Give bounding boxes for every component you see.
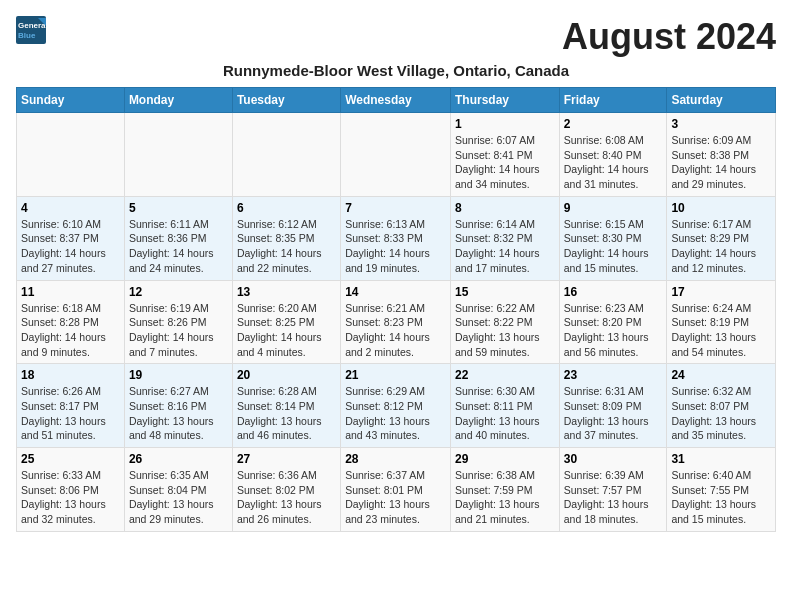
day-info: Sunrise: 6:10 AM Sunset: 8:37 PM Dayligh… bbox=[21, 217, 120, 276]
calendar-cell: 12Sunrise: 6:19 AM Sunset: 8:26 PM Dayli… bbox=[124, 280, 232, 364]
day-info: Sunrise: 6:09 AM Sunset: 8:38 PM Dayligh… bbox=[671, 133, 771, 192]
day-info: Sunrise: 6:32 AM Sunset: 8:07 PM Dayligh… bbox=[671, 384, 771, 443]
calendar-cell: 4Sunrise: 6:10 AM Sunset: 8:37 PM Daylig… bbox=[17, 196, 125, 280]
day-number: 11 bbox=[21, 285, 120, 299]
day-number: 2 bbox=[564, 117, 663, 131]
day-info: Sunrise: 6:30 AM Sunset: 8:11 PM Dayligh… bbox=[455, 384, 555, 443]
calendar-cell: 11Sunrise: 6:18 AM Sunset: 8:28 PM Dayli… bbox=[17, 280, 125, 364]
day-number: 4 bbox=[21, 201, 120, 215]
calendar-cell: 6Sunrise: 6:12 AM Sunset: 8:35 PM Daylig… bbox=[232, 196, 340, 280]
calendar-cell: 1Sunrise: 6:07 AM Sunset: 8:41 PM Daylig… bbox=[450, 113, 559, 197]
day-header-tuesday: Tuesday bbox=[232, 88, 340, 113]
svg-text:Blue: Blue bbox=[18, 31, 36, 40]
day-number: 29 bbox=[455, 452, 555, 466]
day-info: Sunrise: 6:15 AM Sunset: 8:30 PM Dayligh… bbox=[564, 217, 663, 276]
day-info: Sunrise: 6:12 AM Sunset: 8:35 PM Dayligh… bbox=[237, 217, 336, 276]
calendar-cell: 10Sunrise: 6:17 AM Sunset: 8:29 PM Dayli… bbox=[667, 196, 776, 280]
day-info: Sunrise: 6:22 AM Sunset: 8:22 PM Dayligh… bbox=[455, 301, 555, 360]
day-info: Sunrise: 6:23 AM Sunset: 8:20 PM Dayligh… bbox=[564, 301, 663, 360]
calendar-cell bbox=[124, 113, 232, 197]
day-number: 20 bbox=[237, 368, 336, 382]
day-info: Sunrise: 6:17 AM Sunset: 8:29 PM Dayligh… bbox=[671, 217, 771, 276]
day-header-thursday: Thursday bbox=[450, 88, 559, 113]
day-number: 22 bbox=[455, 368, 555, 382]
calendar-week-1: 1Sunrise: 6:07 AM Sunset: 8:41 PM Daylig… bbox=[17, 113, 776, 197]
day-number: 30 bbox=[564, 452, 663, 466]
day-number: 16 bbox=[564, 285, 663, 299]
calendar-cell: 9Sunrise: 6:15 AM Sunset: 8:30 PM Daylig… bbox=[559, 196, 667, 280]
calendar-cell bbox=[232, 113, 340, 197]
calendar-cell: 27Sunrise: 6:36 AM Sunset: 8:02 PM Dayli… bbox=[232, 448, 340, 532]
day-info: Sunrise: 6:37 AM Sunset: 8:01 PM Dayligh… bbox=[345, 468, 446, 527]
day-number: 17 bbox=[671, 285, 771, 299]
day-number: 1 bbox=[455, 117, 555, 131]
day-number: 9 bbox=[564, 201, 663, 215]
calendar-cell: 2Sunrise: 6:08 AM Sunset: 8:40 PM Daylig… bbox=[559, 113, 667, 197]
calendar-cell: 21Sunrise: 6:29 AM Sunset: 8:12 PM Dayli… bbox=[341, 364, 451, 448]
day-number: 26 bbox=[129, 452, 228, 466]
calendar-cell: 17Sunrise: 6:24 AM Sunset: 8:19 PM Dayli… bbox=[667, 280, 776, 364]
calendar-cell: 31Sunrise: 6:40 AM Sunset: 7:55 PM Dayli… bbox=[667, 448, 776, 532]
day-number: 15 bbox=[455, 285, 555, 299]
day-info: Sunrise: 6:08 AM Sunset: 8:40 PM Dayligh… bbox=[564, 133, 663, 192]
calendar-cell: 19Sunrise: 6:27 AM Sunset: 8:16 PM Dayli… bbox=[124, 364, 232, 448]
day-number: 14 bbox=[345, 285, 446, 299]
day-header-friday: Friday bbox=[559, 88, 667, 113]
day-header-saturday: Saturday bbox=[667, 88, 776, 113]
day-info: Sunrise: 6:11 AM Sunset: 8:36 PM Dayligh… bbox=[129, 217, 228, 276]
calendar-cell bbox=[17, 113, 125, 197]
logo-icon: General Blue bbox=[16, 16, 48, 46]
calendar-cell: 13Sunrise: 6:20 AM Sunset: 8:25 PM Dayli… bbox=[232, 280, 340, 364]
day-number: 10 bbox=[671, 201, 771, 215]
day-number: 13 bbox=[237, 285, 336, 299]
day-number: 12 bbox=[129, 285, 228, 299]
calendar-cell: 30Sunrise: 6:39 AM Sunset: 7:57 PM Dayli… bbox=[559, 448, 667, 532]
day-info: Sunrise: 6:07 AM Sunset: 8:41 PM Dayligh… bbox=[455, 133, 555, 192]
day-number: 5 bbox=[129, 201, 228, 215]
page-title: August 2024 bbox=[562, 16, 776, 58]
day-info: Sunrise: 6:36 AM Sunset: 8:02 PM Dayligh… bbox=[237, 468, 336, 527]
day-header-wednesday: Wednesday bbox=[341, 88, 451, 113]
calendar-cell: 23Sunrise: 6:31 AM Sunset: 8:09 PM Dayli… bbox=[559, 364, 667, 448]
calendar-week-3: 11Sunrise: 6:18 AM Sunset: 8:28 PM Dayli… bbox=[17, 280, 776, 364]
day-number: 28 bbox=[345, 452, 446, 466]
day-info: Sunrise: 6:24 AM Sunset: 8:19 PM Dayligh… bbox=[671, 301, 771, 360]
page-subtitle: Runnymede-Bloor West Village, Ontario, C… bbox=[16, 62, 776, 79]
day-header-monday: Monday bbox=[124, 88, 232, 113]
day-info: Sunrise: 6:38 AM Sunset: 7:59 PM Dayligh… bbox=[455, 468, 555, 527]
day-number: 6 bbox=[237, 201, 336, 215]
calendar-cell: 24Sunrise: 6:32 AM Sunset: 8:07 PM Dayli… bbox=[667, 364, 776, 448]
calendar-cell: 5Sunrise: 6:11 AM Sunset: 8:36 PM Daylig… bbox=[124, 196, 232, 280]
day-info: Sunrise: 6:39 AM Sunset: 7:57 PM Dayligh… bbox=[564, 468, 663, 527]
day-info: Sunrise: 6:26 AM Sunset: 8:17 PM Dayligh… bbox=[21, 384, 120, 443]
day-info: Sunrise: 6:35 AM Sunset: 8:04 PM Dayligh… bbox=[129, 468, 228, 527]
day-number: 25 bbox=[21, 452, 120, 466]
svg-text:General: General bbox=[18, 21, 48, 30]
day-number: 19 bbox=[129, 368, 228, 382]
day-info: Sunrise: 6:14 AM Sunset: 8:32 PM Dayligh… bbox=[455, 217, 555, 276]
day-number: 3 bbox=[671, 117, 771, 131]
calendar-cell: 3Sunrise: 6:09 AM Sunset: 8:38 PM Daylig… bbox=[667, 113, 776, 197]
day-number: 31 bbox=[671, 452, 771, 466]
day-info: Sunrise: 6:40 AM Sunset: 7:55 PM Dayligh… bbox=[671, 468, 771, 527]
day-number: 23 bbox=[564, 368, 663, 382]
calendar-cell: 29Sunrise: 6:38 AM Sunset: 7:59 PM Dayli… bbox=[450, 448, 559, 532]
calendar-cell: 7Sunrise: 6:13 AM Sunset: 8:33 PM Daylig… bbox=[341, 196, 451, 280]
day-info: Sunrise: 6:20 AM Sunset: 8:25 PM Dayligh… bbox=[237, 301, 336, 360]
day-info: Sunrise: 6:18 AM Sunset: 8:28 PM Dayligh… bbox=[21, 301, 120, 360]
calendar-cell: 28Sunrise: 6:37 AM Sunset: 8:01 PM Dayli… bbox=[341, 448, 451, 532]
day-info: Sunrise: 6:28 AM Sunset: 8:14 PM Dayligh… bbox=[237, 384, 336, 443]
calendar-week-5: 25Sunrise: 6:33 AM Sunset: 8:06 PM Dayli… bbox=[17, 448, 776, 532]
day-info: Sunrise: 6:19 AM Sunset: 8:26 PM Dayligh… bbox=[129, 301, 228, 360]
day-number: 21 bbox=[345, 368, 446, 382]
day-number: 8 bbox=[455, 201, 555, 215]
day-info: Sunrise: 6:31 AM Sunset: 8:09 PM Dayligh… bbox=[564, 384, 663, 443]
day-number: 24 bbox=[671, 368, 771, 382]
calendar-week-4: 18Sunrise: 6:26 AM Sunset: 8:17 PM Dayli… bbox=[17, 364, 776, 448]
calendar-cell: 16Sunrise: 6:23 AM Sunset: 8:20 PM Dayli… bbox=[559, 280, 667, 364]
calendar-cell: 14Sunrise: 6:21 AM Sunset: 8:23 PM Dayli… bbox=[341, 280, 451, 364]
calendar-cell bbox=[341, 113, 451, 197]
day-info: Sunrise: 6:33 AM Sunset: 8:06 PM Dayligh… bbox=[21, 468, 120, 527]
calendar-cell: 18Sunrise: 6:26 AM Sunset: 8:17 PM Dayli… bbox=[17, 364, 125, 448]
day-number: 7 bbox=[345, 201, 446, 215]
